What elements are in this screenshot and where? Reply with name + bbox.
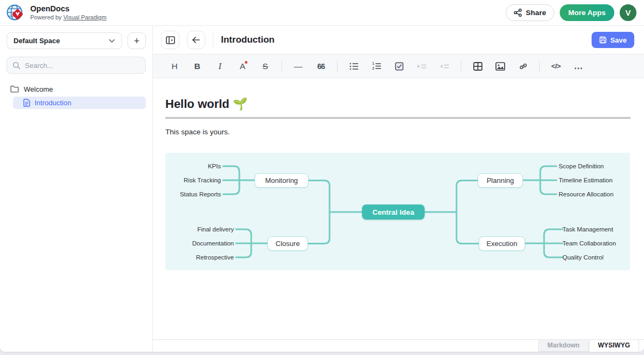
mindmap-leaf: Documentation — [192, 239, 234, 248]
mindmap-node-closure: Closure — [267, 236, 308, 251]
tree-folder-welcome[interactable]: Welcome — [0, 83, 152, 95]
quote-button[interactable]: 66 — [310, 58, 332, 75]
indent-increase-icon — [417, 63, 427, 70]
user-avatar[interactable]: V — [620, 4, 636, 21]
task-list-button[interactable] — [388, 58, 410, 75]
search-input[interactable] — [25, 62, 140, 70]
tree-folder-label: Welcome — [24, 85, 53, 93]
tree-doc-introduction[interactable]: Introduction — [13, 97, 146, 109]
horizontal-rule-button[interactable]: — — [287, 58, 309, 75]
indent-decrease-button[interactable] — [434, 58, 455, 75]
formatting-toolbar: H B I A S — 66 12 — [153, 54, 644, 78]
space-selector-value: Default Space — [14, 37, 60, 45]
font-color-button[interactable]: A — [232, 58, 253, 75]
mindmap-central-node: Central Idea — [362, 204, 425, 220]
link-icon — [519, 62, 528, 71]
share-label: Share — [526, 9, 546, 17]
app-header: OpenDocs Powered by Visual Paradigm Shar… — [0, 0, 644, 26]
code-block-button[interactable]: </> — [545, 58, 567, 75]
document-tree: Welcome Introduction — [0, 83, 152, 109]
numbered-list-icon: 12 — [372, 62, 381, 70]
tree-doc-label: Introduction — [35, 99, 71, 107]
save-label: Save — [611, 36, 627, 44]
bold-icon: B — [194, 62, 200, 71]
powered-by-line: Powered by Visual Paradigm — [30, 14, 106, 21]
table-icon — [473, 62, 482, 71]
share-button[interactable]: Share — [506, 4, 554, 21]
more-icon: … — [574, 61, 583, 72]
svg-text:2: 2 — [372, 66, 374, 70]
chevron-down-icon — [109, 39, 115, 43]
task-list-icon — [395, 62, 404, 71]
more-tools-button[interactable]: … — [568, 58, 589, 75]
mindmap-node-planning: Planning — [478, 173, 523, 188]
svg-text:1: 1 — [372, 62, 374, 65]
image-icon — [495, 62, 505, 71]
mindmap-node-monitoring: Monitoring — [254, 173, 308, 188]
mindmap-leaf: Final delivery — [197, 225, 234, 234]
mindmap-leaf: Risk Tracking — [184, 176, 221, 185]
bullet-list-icon — [350, 63, 359, 70]
search-box[interactable] — [6, 57, 146, 74]
document-titlebar: Introduction Save — [153, 26, 644, 54]
wysiwyg-mode-tab[interactable]: WYSIWYG — [589, 339, 639, 352]
indent-decrease-icon — [440, 63, 450, 70]
brand-block: OpenDocs Powered by Visual Paradigm — [30, 5, 106, 21]
mindmap-leaf: Task Management — [562, 225, 613, 234]
search-icon — [12, 62, 21, 70]
markdown-mode-tab[interactable]: Markdown — [538, 339, 588, 352]
indent-increase-button[interactable] — [411, 58, 433, 75]
horizontal-rule-icon: — — [294, 62, 303, 71]
sidebar: Default Space + Welcome — [0, 26, 153, 352]
mindmap-leaf: Retrospective — [196, 253, 234, 262]
image-button[interactable] — [489, 58, 511, 75]
app-title: OpenDocs — [30, 5, 106, 13]
add-space-button[interactable]: + — [128, 32, 146, 49]
mindmap-leaf: Scope Definition — [559, 162, 604, 170]
back-button[interactable] — [187, 31, 205, 49]
mindmap-leaf: Resource Allocation — [559, 190, 614, 199]
font-color-dot — [245, 61, 247, 64]
seedling-emoji: 🌱 — [233, 97, 247, 111]
app-window: OpenDocs Powered by Visual Paradigm Shar… — [0, 0, 644, 352]
italic-icon: I — [218, 61, 222, 72]
toggle-sidebar-button[interactable] — [161, 31, 179, 49]
mindmap-node-execution: Execution — [479, 236, 525, 251]
heading-button[interactable]: H — [164, 58, 185, 75]
bold-button[interactable]: B — [186, 58, 208, 75]
numbered-list-button[interactable]: 12 — [366, 58, 387, 75]
mindmap-leaf: KPIs — [208, 162, 221, 170]
back-arrow-icon — [192, 36, 200, 44]
document-paragraph: This space is yours. — [165, 128, 630, 136]
document-heading: Hello world 🌱 — [165, 97, 630, 119]
table-button[interactable] — [467, 58, 488, 75]
more-apps-button[interactable]: More Apps — [560, 4, 614, 21]
link-button[interactable] — [512, 58, 534, 75]
toolbar-divider — [461, 61, 461, 72]
toolbar-divider — [281, 61, 282, 72]
italic-button[interactable]: I — [209, 58, 231, 75]
bullet-list-button[interactable] — [343, 58, 365, 75]
toolbar-divider — [337, 61, 338, 72]
space-selector[interactable]: Default Space — [6, 32, 122, 49]
opendocs-logo-icon — [5, 3, 25, 23]
mindmap-leaf: Quality Control — [562, 253, 603, 262]
strikethrough-button[interactable]: S — [254, 58, 276, 75]
strikethrough-icon: S — [263, 62, 268, 71]
toolbar-divider — [539, 61, 540, 72]
page-title: Introduction — [221, 35, 274, 45]
quote-icon: 66 — [317, 62, 325, 71]
mindmap-leaf: Team Collaboration — [562, 239, 616, 248]
save-icon — [599, 36, 607, 44]
heading-icon: H — [171, 62, 177, 71]
folder-icon — [10, 85, 19, 93]
code-icon: </> — [551, 62, 560, 70]
powered-by-text: Powered by — [30, 14, 62, 21]
editor-content[interactable]: Hello world 🌱 This space is yours. — [153, 78, 644, 339]
save-button[interactable]: Save — [592, 32, 634, 48]
editor-footer: Markdown WYSIWYG — [153, 339, 644, 352]
mindmap-diagram[interactable]: Central IdeaMonitoringKPIsRisk TrackingS… — [165, 153, 630, 270]
sidebar-panel-icon — [166, 36, 175, 44]
visual-paradigm-link[interactable]: Visual Paradigm — [63, 14, 106, 21]
mindmap-leaf: Timeline Estimation — [559, 176, 613, 185]
